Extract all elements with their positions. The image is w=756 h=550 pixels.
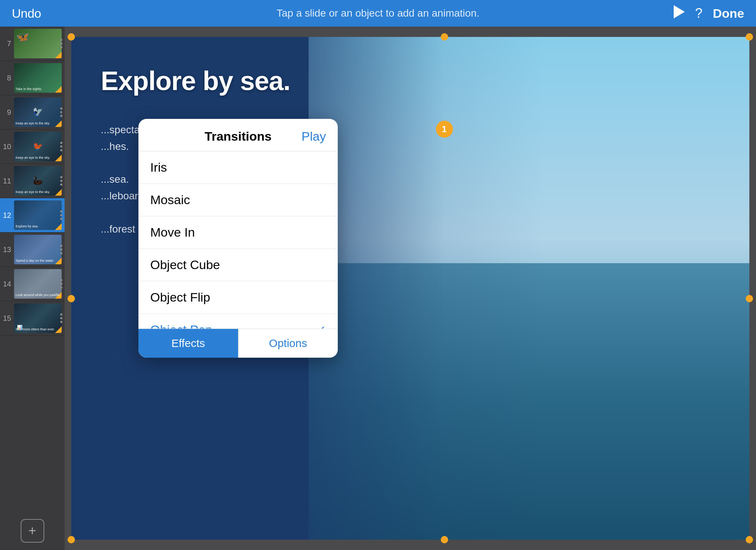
slide-thumb-7[interactable]: 7 🦋 [0, 27, 65, 61]
transition-label-mosaic: Mosaic [150, 193, 326, 207]
slide-num-10: 10 [3, 142, 11, 151]
handle-top-right[interactable] [746, 33, 753, 41]
slide-num-15: 15 [3, 314, 11, 323]
slide-preview-9: Keep an eye to the sky. 🦅 [14, 97, 62, 127]
thumb-dots-12 [60, 210, 62, 220]
transition-label-object-flip: Object Flip [150, 290, 326, 305]
popup-play-button[interactable]: Play [302, 129, 326, 144]
play-button[interactable] [674, 5, 685, 21]
animation-badge: 1 [436, 121, 453, 138]
handle-top-center[interactable] [441, 33, 448, 41]
slide-thumb-8[interactable]: 8 Take in the sights. [0, 61, 65, 95]
slide-title: Explore by sea. [101, 66, 290, 96]
slide-num-9: 9 [3, 108, 11, 117]
transition-check-object-pop: ✓ [317, 323, 326, 329]
transition-label-iris: Iris [150, 160, 326, 175]
thumb-dots-10 [60, 142, 62, 151]
thumb-dots-11 [60, 176, 62, 186]
play-icon [674, 5, 685, 18]
top-bar-hint: Tap a slide or an object to add an anima… [276, 7, 479, 19]
handle-middle-left[interactable] [68, 295, 75, 302]
transition-item-move-in[interactable]: Move In ✓ [138, 216, 338, 249]
slide-thumb-13[interactable]: 13 Spend a day on the water. [0, 233, 65, 267]
top-bar: Undo Tap a slide or an object to add an … [0, 0, 756, 27]
main-canvas: Explore by sea. ...spectacular ...hes. .… [65, 27, 756, 550]
effects-button[interactable]: Effects [138, 329, 238, 358]
transition-item-object-cube[interactable]: Object Cube ✓ [138, 249, 338, 281]
sidebar: 7 🦋 8 Take in the sights. 9 Keep an eye … [0, 27, 65, 550]
slide-num-11: 11 [3, 177, 11, 185]
handle-top-left[interactable] [68, 33, 75, 41]
thumb-dots-14 [60, 279, 62, 289]
handle-middle-right[interactable] [746, 295, 753, 302]
add-slide-button[interactable]: + [21, 519, 44, 543]
slide-preview-11: Keep an eye to the sky. 🦢 [14, 166, 62, 196]
transition-label-object-cube: Object Cube [150, 258, 326, 272]
transition-item-object-pop[interactable]: Object Pop ✓ [138, 314, 338, 329]
help-button[interactable]: ? [695, 6, 702, 21]
popup-footer: Effects Options [138, 329, 338, 358]
transitions-popup: Transitions Play Iris ✓ Mosaic ✓ Move In… [138, 119, 338, 358]
slide-preview-12: Explore by sea. [14, 200, 62, 230]
slide-num-7: 7 [3, 39, 11, 48]
transition-label-object-pop: Object Pop [150, 323, 317, 329]
handle-bottom-right[interactable] [746, 536, 753, 543]
handle-bottom-center[interactable] [441, 536, 448, 543]
slide-preview-13: Spend a day on the water. [14, 235, 62, 264]
transition-item-object-flip[interactable]: Object Flip ✓ [138, 281, 338, 314]
slide-preview-7: 🦋 [14, 29, 62, 58]
transition-label-move-in: Move In [150, 225, 326, 240]
slide-num-8: 8 [3, 74, 11, 82]
slide-preview-15: See more otters than ever. 📊 [14, 303, 62, 333]
slide-num-14: 14 [3, 280, 11, 288]
slide-preview-10: Keep an eye to the sky. 🐦 [14, 132, 62, 161]
slide-thumb-9[interactable]: 9 Keep an eye to the sky. 🦅 [0, 95, 65, 130]
slide-thumb-14[interactable]: 14 Look around while you paddle. [0, 267, 65, 301]
thumb-dots-13 [60, 245, 62, 254]
popup-header: Transitions Play [138, 119, 338, 151]
transition-item-mosaic[interactable]: Mosaic ✓ [138, 184, 338, 216]
transition-item-iris[interactable]: Iris ✓ [138, 151, 338, 184]
slide-num-12: 12 [3, 211, 11, 220]
thumb-dots-15 [60, 313, 62, 323]
transitions-list: Iris ✓ Mosaic ✓ Move In ✓ Object Cube ✓ … [138, 151, 338, 329]
slide-thumb-10[interactable]: 10 Keep an eye to the sky. 🐦 [0, 130, 65, 164]
slide-preview-14: Look around while you paddle. [14, 269, 62, 299]
slide-preview-8: Take in the sights. [14, 63, 62, 93]
slide-arrow-indicator-9 [62, 109, 65, 116]
slide-thumb-12[interactable]: 12 Explore by sea. [0, 198, 65, 233]
slide-num-13: 13 [3, 245, 11, 254]
done-button[interactable]: Done [713, 6, 744, 21]
thumb-dots-7 [60, 39, 62, 48]
top-bar-center: Tap a slide or an object to add an anima… [276, 7, 479, 19]
slide-thumb-11[interactable]: 11 Keep an eye to the sky. 🦢 [0, 164, 65, 198]
top-bar-left: Undo [12, 6, 41, 21]
popup-title: Transitions [205, 129, 271, 144]
undo-button[interactable]: Undo [12, 6, 41, 21]
slide-thumb-15[interactable]: 15 See more otters than ever. 📊 [0, 301, 65, 336]
options-button[interactable]: Options [238, 329, 338, 358]
top-bar-right: ? Done [674, 5, 744, 21]
handle-bottom-left[interactable] [68, 536, 75, 543]
